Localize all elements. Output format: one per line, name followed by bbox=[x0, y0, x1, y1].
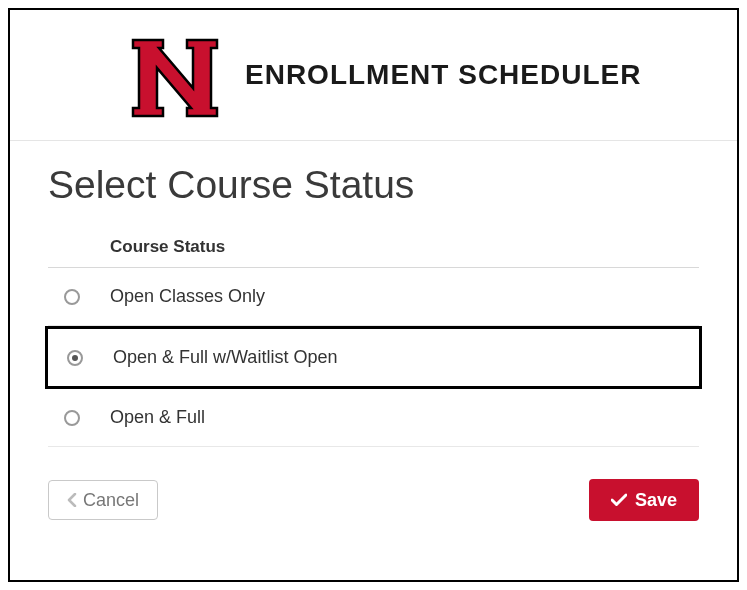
radio-row-open-full-waitlist[interactable]: Open & Full w/Waitlist Open bbox=[45, 326, 702, 389]
option-label: Open & Full bbox=[110, 407, 205, 428]
option-label: Open Classes Only bbox=[110, 286, 265, 307]
page-title: Select Course Status bbox=[48, 163, 699, 207]
nebraska-logo-icon bbox=[125, 30, 225, 120]
chevron-left-icon bbox=[67, 493, 77, 507]
course-status-table: Course Status Open Classes Only Open & F… bbox=[48, 229, 699, 447]
radio-icon[interactable] bbox=[67, 350, 83, 366]
column-header-course-status: Course Status bbox=[48, 229, 699, 268]
header: ENROLLMENT SCHEDULER bbox=[10, 10, 737, 141]
save-button[interactable]: Save bbox=[589, 479, 699, 521]
radio-row-open-only[interactable]: Open Classes Only bbox=[48, 268, 699, 326]
radio-icon[interactable] bbox=[64, 289, 80, 305]
action-bar: Cancel Save bbox=[48, 479, 699, 521]
option-label: Open & Full w/Waitlist Open bbox=[113, 347, 337, 368]
app-title: ENROLLMENT SCHEDULER bbox=[245, 59, 641, 91]
app-frame: ENROLLMENT SCHEDULER Select Course Statu… bbox=[8, 8, 739, 582]
check-icon bbox=[611, 493, 627, 507]
main-content: Select Course Status Course Status Open … bbox=[10, 141, 737, 521]
radio-row-open-full[interactable]: Open & Full bbox=[48, 389, 699, 447]
cancel-button[interactable]: Cancel bbox=[48, 480, 158, 520]
save-label: Save bbox=[635, 491, 677, 509]
cancel-label: Cancel bbox=[83, 491, 139, 509]
radio-icon[interactable] bbox=[64, 410, 80, 426]
